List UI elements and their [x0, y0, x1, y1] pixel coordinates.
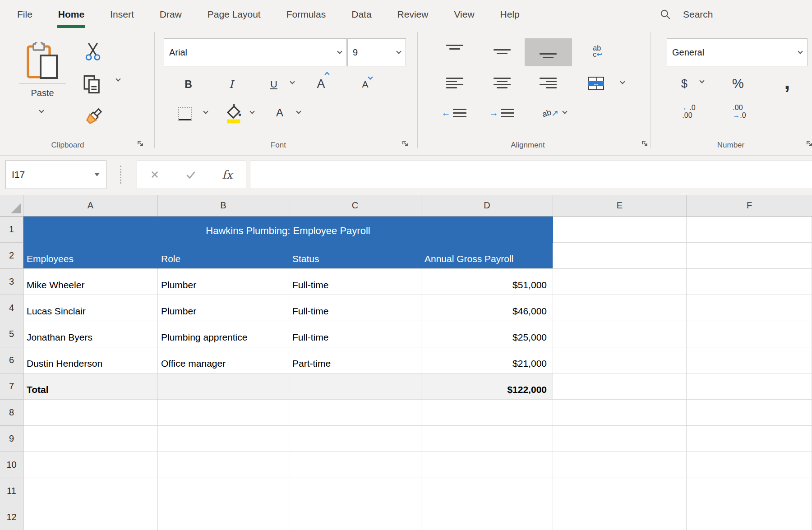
- cell-d3[interactable]: $51,000: [421, 269, 553, 295]
- cell-d7-total-value[interactable]: $122,000: [421, 373, 553, 400]
- middle-align-button[interactable]: [492, 41, 512, 62]
- row-header-1[interactable]: 1: [0, 217, 23, 243]
- tab-insert[interactable]: Insert: [110, 0, 134, 28]
- accounting-format-button[interactable]: $: [674, 72, 695, 95]
- cell-e2[interactable]: [553, 243, 687, 269]
- cell-c6[interactable]: Part-time: [289, 347, 421, 373]
- cell-a6[interactable]: Dustin Henderson: [23, 347, 158, 373]
- font-name-combo[interactable]: Arial: [164, 38, 347, 66]
- decrease-indent-button[interactable]: ←: [441, 102, 466, 123]
- cell-b11[interactable]: [158, 478, 289, 504]
- decrease-decimal-button[interactable]: .00→.0: [725, 100, 753, 123]
- cell-f11[interactable]: [687, 478, 812, 504]
- align-left-button[interactable]: [444, 73, 465, 93]
- column-header-f[interactable]: F: [687, 195, 812, 217]
- align-center-button[interactable]: [492, 73, 512, 93]
- italic-button[interactable]: I: [219, 73, 244, 96]
- row-header-10[interactable]: 10: [0, 452, 23, 478]
- cell-e12[interactable]: [553, 504, 687, 530]
- cell-e5[interactable]: [553, 321, 687, 347]
- cell-e8[interactable]: [553, 400, 687, 426]
- cell-b8[interactable]: [158, 400, 289, 426]
- cell-b7[interactable]: [158, 373, 289, 400]
- comma-style-button[interactable]: ,: [777, 70, 798, 93]
- borders-button[interactable]: [177, 102, 193, 125]
- number-format-combo[interactable]: General: [667, 38, 807, 66]
- row-header-2[interactable]: 2: [0, 243, 23, 269]
- cell-c5[interactable]: Full-time: [289, 321, 421, 347]
- merge-center-button[interactable]: ↔: [584, 74, 608, 93]
- cell-d8[interactable]: [421, 400, 553, 426]
- cell-f6[interactable]: [687, 347, 812, 373]
- cell-e7[interactable]: [553, 373, 687, 400]
- cell-a12[interactable]: [23, 504, 158, 530]
- row-header-3[interactable]: 3: [0, 269, 23, 295]
- orientation-button[interactable]: ab↗: [538, 101, 563, 124]
- cell-d5[interactable]: $25,000: [421, 321, 553, 347]
- fill-color-button[interactable]: [224, 101, 243, 125]
- merge-center-dropdown[interactable]: [621, 82, 624, 83]
- align-right-button[interactable]: [538, 73, 558, 93]
- cell-c4[interactable]: Full-time: [289, 295, 421, 321]
- font-dialog-launcher[interactable]: [401, 140, 409, 147]
- copy-button[interactable]: [80, 74, 104, 95]
- cell-a4[interactable]: Lucas Sinclair: [23, 295, 158, 321]
- search-control[interactable]: Search: [660, 0, 713, 28]
- increase-decimal-button[interactable]: ←.0.00: [675, 100, 703, 123]
- column-header-c[interactable]: C: [289, 195, 421, 217]
- cell-e11[interactable]: [553, 478, 687, 504]
- bold-button[interactable]: B: [176, 73, 201, 96]
- tab-formulas[interactable]: Formulas: [286, 0, 326, 28]
- alignment-dialog-launcher[interactable]: [641, 140, 648, 147]
- underline-dropdown[interactable]: [291, 82, 294, 83]
- cell-a1-title[interactable]: Hawkins Plumbing: Employee Payroll: [23, 217, 553, 243]
- cell-e4[interactable]: [553, 295, 687, 321]
- formula-input[interactable]: [250, 160, 812, 189]
- cell-a9[interactable]: [23, 426, 158, 452]
- orientation-dropdown[interactable]: [563, 111, 567, 113]
- row-header-5[interactable]: 5: [0, 321, 23, 347]
- cell-b6[interactable]: Office manager: [158, 347, 289, 373]
- tab-data[interactable]: Data: [351, 0, 371, 28]
- cell-c10[interactable]: [289, 452, 421, 478]
- row-header-9[interactable]: 9: [0, 426, 23, 452]
- cell-e1[interactable]: [553, 217, 687, 243]
- cell-f10[interactable]: [687, 452, 812, 478]
- tab-draw[interactable]: Draw: [160, 0, 182, 28]
- cell-a8[interactable]: [23, 400, 158, 426]
- cell-c3[interactable]: Full-time: [289, 269, 421, 295]
- row-header-11[interactable]: 11: [0, 478, 23, 504]
- cell-f5[interactable]: [687, 321, 812, 347]
- cell-e9[interactable]: [553, 426, 687, 452]
- cell-b2[interactable]: Role: [158, 243, 289, 269]
- cut-button[interactable]: [82, 42, 104, 62]
- row-header-4[interactable]: 4: [0, 295, 23, 321]
- tab-page-layout[interactable]: Page Layout: [208, 0, 261, 28]
- row-header-7[interactable]: 7: [0, 373, 23, 400]
- decrease-font-size-button[interactable]: A: [355, 73, 379, 96]
- cell-f3[interactable]: [687, 269, 812, 295]
- bottom-align-button[interactable]: [538, 41, 558, 62]
- tab-file[interactable]: File: [17, 0, 32, 28]
- top-align-button[interactable]: [444, 41, 465, 62]
- cell-b3[interactable]: Plumber: [158, 269, 289, 295]
- column-header-d[interactable]: D: [421, 195, 553, 217]
- cell-f9[interactable]: [687, 426, 812, 452]
- cell-d4[interactable]: $46,000: [421, 295, 553, 321]
- increase-font-size-button[interactable]: A: [310, 72, 335, 96]
- column-header-e[interactable]: E: [553, 195, 687, 217]
- enter-check-icon[interactable]: [186, 170, 196, 179]
- cell-a11[interactable]: [23, 478, 158, 504]
- tab-review[interactable]: Review: [397, 0, 429, 28]
- cell-a5[interactable]: Jonathan Byers: [23, 321, 158, 347]
- cell-a7-total-label[interactable]: Total: [23, 373, 158, 400]
- number-dialog-launcher[interactable]: [806, 140, 812, 147]
- cell-b4[interactable]: Plumber: [158, 295, 289, 321]
- font-size-combo[interactable]: 9: [347, 38, 406, 66]
- cell-e3[interactable]: [553, 269, 687, 295]
- font-color-dropdown[interactable]: [297, 111, 300, 113]
- cell-c8[interactable]: [289, 400, 421, 426]
- cell-c11[interactable]: [289, 478, 421, 504]
- cell-f8[interactable]: [687, 400, 812, 426]
- tab-help[interactable]: Help: [500, 0, 520, 28]
